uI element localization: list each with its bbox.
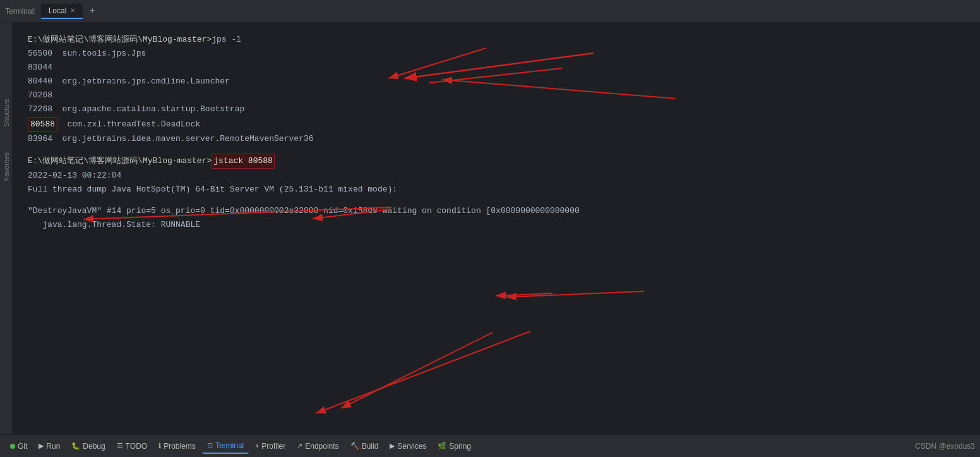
spring-label: Spring — [449, 442, 471, 451]
services-button[interactable]: ▶ Services — [385, 439, 431, 453]
terminal-label: Terminal — [215, 441, 244, 450]
todo-icon: ☰ — [117, 442, 123, 450]
bottom-right-label: CSDN @exodus3 — [915, 442, 975, 451]
build-icon: 🔨 — [350, 442, 359, 450]
tab-local[interactable]: Local ✕ — [41, 4, 83, 19]
left-sidebar: Structure Favorites — [0, 23, 13, 434]
profiler-button[interactable]: ⌖ Profiler — [250, 439, 290, 453]
prompt-cmd-1: jps -l — [212, 33, 241, 47]
terminal-line-7: 80588 com.zxl.threadTest.DeadLock — [28, 117, 965, 132]
services-label: Services — [397, 442, 426, 451]
blank-line-2 — [28, 197, 965, 204]
git-button[interactable]: Git — [5, 439, 32, 453]
debug-button[interactable]: 🐛 Debug — [66, 439, 110, 453]
profiler-label: Profiler — [261, 442, 285, 451]
svg-line-4 — [341, 332, 493, 408]
main-area: Structure Favorites E:\做网站笔记\博客网站源码\MyBl… — [0, 23, 980, 434]
prompt-path-2: E:\做网站笔记\博客网站源码\MyBlog-master> — [28, 154, 212, 168]
problems-icon: ℹ — [158, 442, 161, 450]
terminal-content[interactable]: E:\做网站笔记\博客网站源码\MyBlog-master>jps -l 565… — [13, 23, 980, 434]
terminal-line-4: 80440 org.jetbrains.jps.cmdline.Launcher — [28, 75, 965, 88]
spring-icon: 🌿 — [438, 442, 446, 450]
terminal-line-13: java.lang.Thread.State: RUNNABLE — [28, 218, 965, 232]
prompt-cmd-2: jstack 80588 — [212, 154, 275, 169]
sidebar-item-structure[interactable]: Structure — [3, 99, 10, 127]
run-icon: ▶ — [39, 442, 44, 450]
terminal-line-10: 2022-02-13 00:22:04 — [28, 169, 965, 183]
terminal-label: Terminal: — [5, 7, 36, 16]
endpoints-button[interactable]: ↗ Endpoints — [292, 439, 344, 453]
run-button[interactable]: ▶ Run — [33, 439, 65, 453]
terminal-button[interactable]: ⊡ Terminal — [202, 439, 249, 454]
terminal-line-2: 56500 sun.tools.jps.Jps — [28, 47, 965, 61]
debug-label: Debug — [83, 442, 105, 451]
debug-icon: 🐛 — [71, 442, 80, 450]
terminal-line-1: E:\做网站笔记\博客网站源码\MyBlog-master>jps -l — [28, 33, 965, 47]
build-label: Build — [362, 442, 379, 451]
terminal-icon: ⊡ — [207, 441, 213, 449]
svg-line-3 — [496, 293, 553, 296]
todo-label: TODO — [126, 442, 147, 451]
blank-line-1 — [28, 146, 965, 154]
spring-button[interactable]: 🌿 Spring — [433, 439, 476, 453]
build-button[interactable]: 🔨 Build — [345, 439, 384, 453]
terminal-line-12: "DestroyJavaVM" #14 prio=5 os_prio=0 tid… — [28, 204, 965, 218]
add-tab-button[interactable]: + — [85, 6, 99, 17]
todo-button[interactable]: ☰ TODO — [112, 439, 152, 453]
terminal-line-8: 83964 org.jetbrains.idea.maven.server.Re… — [28, 132, 965, 146]
svg-line-10 — [316, 331, 530, 413]
bottom-bar: Git ▶ Run 🐛 Debug ☰ TODO ℹ Problems ⊡ Te… — [0, 434, 980, 457]
problems-button[interactable]: ℹ Problems — [153, 439, 201, 453]
profiler-icon: ⌖ — [255, 442, 259, 450]
terminal-line-5: 70268 — [28, 88, 965, 102]
terminal-line-9: E:\做网站笔记\博客网站源码\MyBlog-master>jstack 805… — [28, 154, 965, 169]
endpoints-label: Endpoints — [305, 442, 338, 451]
terminal-line-6: 72268 org.apache.catalina.startup.Bootst… — [28, 102, 965, 116]
services-icon: ▶ — [390, 442, 395, 450]
sidebar-item-favorites[interactable]: Favorites — [3, 152, 10, 181]
svg-line-9 — [506, 291, 644, 297]
tab-local-label: Local — [49, 6, 67, 15]
close-tab-icon[interactable]: ✕ — [70, 7, 75, 14]
terminal-line-11: Full thread dump Java HotSpot(TM) 64-Bit… — [28, 183, 965, 197]
terminal-line-3: 83044 — [28, 61, 965, 75]
tab-bar: Terminal: Local ✕ + — [0, 0, 980, 23]
run-label: Run — [46, 442, 60, 451]
git-status-icon — [10, 444, 15, 449]
problems-label: Problems — [164, 442, 196, 451]
pid-highlight-80588: 80588 — [28, 117, 57, 132]
git-label: Git — [18, 442, 27, 451]
endpoints-icon: ↗ — [297, 442, 302, 450]
prompt-path-1: E:\做网站笔记\博客网站源码\MyBlog-master> — [28, 33, 212, 47]
